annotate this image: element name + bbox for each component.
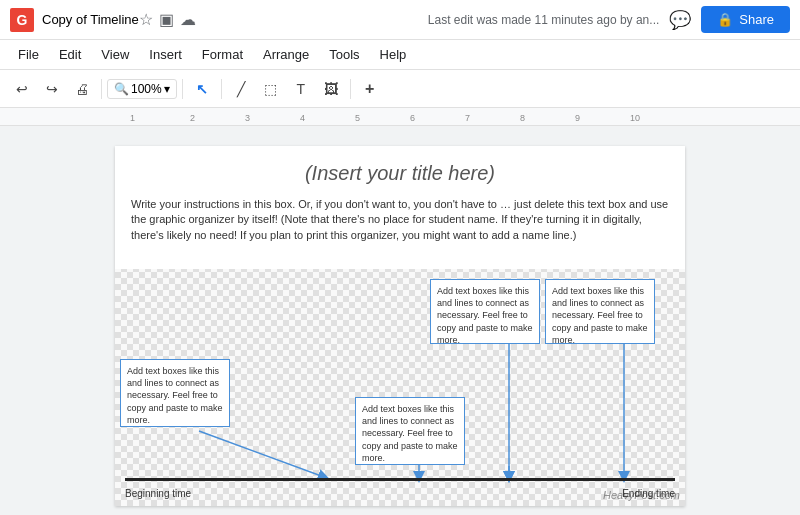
chat-icon[interactable]: 💬	[669, 9, 691, 31]
last-edit-label: Last edit was made 11 minutes ago by an.…	[428, 13, 659, 27]
menu-arrange[interactable]: Arrange	[255, 44, 317, 65]
zoom-chevron: ▾	[164, 82, 170, 96]
text-tool[interactable]: T	[287, 75, 315, 103]
slides-icon[interactable]: ▣	[159, 10, 174, 29]
image-tool[interactable]: 🖼	[317, 75, 345, 103]
separator3	[221, 79, 222, 99]
timeline-area: Add text boxes like this and lines to co…	[115, 269, 685, 509]
app-icon: G	[10, 8, 34, 32]
separator2	[182, 79, 183, 99]
ruler-mark-10: 10	[630, 113, 640, 123]
ending-label: Ending time	[622, 488, 675, 499]
document[interactable]: (Insert your title here) Write your inst…	[115, 146, 685, 506]
add-tool[interactable]: +	[356, 75, 384, 103]
menu-bar: File Edit View Insert Format Arrange Too…	[0, 40, 800, 70]
zoom-icon: 🔍	[114, 82, 129, 96]
doc-instructions[interactable]: Write your instructions in this box. Or,…	[131, 197, 669, 243]
text-box-4[interactable]: Add text boxes like this and lines to co…	[355, 397, 465, 465]
ruler-mark-7: 7	[465, 113, 470, 123]
text-box-1[interactable]: Add text boxes like this and lines to co…	[430, 279, 540, 344]
document-title[interactable]: Copy of Timeline	[42, 12, 139, 27]
ruler: 1 2 3 4 5 6 7 8 9 10	[0, 108, 800, 126]
timeline-line	[125, 478, 675, 481]
ruler-mark-2: 2	[190, 113, 195, 123]
separator4	[350, 79, 351, 99]
line-tool[interactable]: ╱	[227, 75, 255, 103]
doc-title[interactable]: (Insert your title here)	[131, 162, 669, 185]
menu-view[interactable]: View	[93, 44, 137, 65]
share-label: Share	[739, 12, 774, 27]
ruler-mark-8: 8	[520, 113, 525, 123]
ruler-mark-9: 9	[575, 113, 580, 123]
select-tool[interactable]: ↖	[188, 75, 216, 103]
canvas-area[interactable]: (Insert your title here) Write your inst…	[0, 126, 800, 515]
title-icons: ☆ ▣ ☁	[139, 10, 428, 29]
ruler-mark-4: 4	[300, 113, 305, 123]
menu-help[interactable]: Help	[372, 44, 415, 65]
menu-tools[interactable]: Tools	[321, 44, 367, 65]
ruler-mark-3: 3	[245, 113, 250, 123]
ruler-mark-6: 6	[410, 113, 415, 123]
title-right: Last edit was made 11 minutes ago by an.…	[428, 6, 790, 33]
text-box-2[interactable]: Add text boxes like this and lines to co…	[545, 279, 655, 344]
menu-format[interactable]: Format	[194, 44, 251, 65]
ruler-mark-5: 5	[355, 113, 360, 123]
cloud-icon[interactable]: ☁	[180, 10, 196, 29]
undo-button[interactable]: ↩	[8, 75, 36, 103]
svg-line-2	[199, 431, 324, 477]
doc-content: (Insert your title here) Write your inst…	[139, 146, 661, 509]
menu-file[interactable]: File	[10, 44, 47, 65]
text-box-3[interactable]: Add text boxes like this and lines to co…	[120, 359, 230, 427]
menu-edit[interactable]: Edit	[51, 44, 89, 65]
title-bar: G Copy of Timeline ☆ ▣ ☁ Last edit was m…	[0, 0, 800, 40]
ruler-mark-1: 1	[130, 113, 135, 123]
lock-icon: 🔒	[717, 12, 733, 27]
toolbar: ↩ ↪ 🖨 🔍 100% ▾ ↖ ╱ ⬚ T 🖼 +	[0, 70, 800, 108]
star-icon[interactable]: ☆	[139, 10, 153, 29]
zoom-value: 100%	[131, 82, 162, 96]
menu-insert[interactable]: Insert	[141, 44, 190, 65]
shape-tool[interactable]: ⬚	[257, 75, 285, 103]
share-button[interactable]: 🔒 Share	[701, 6, 790, 33]
zoom-select[interactable]: 🔍 100% ▾	[107, 79, 177, 99]
separator	[101, 79, 102, 99]
print-button[interactable]: 🖨	[68, 75, 96, 103]
redo-button[interactable]: ↪	[38, 75, 66, 103]
beginning-label: Beginning time	[125, 488, 191, 499]
